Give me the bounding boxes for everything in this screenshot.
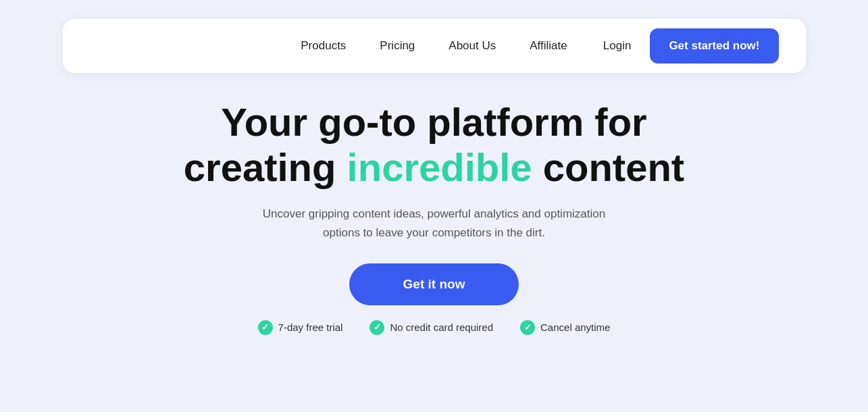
hero-title-content: content: [543, 145, 684, 189]
badge-free-trial-label: 7-day free trial: [278, 321, 343, 333]
navbar: Products Pricing About Us Affiliate Logi…: [63, 19, 806, 73]
check-icon-3: ✓: [520, 320, 535, 335]
hero-title-line1: Your go-to platform for: [221, 100, 646, 144]
hero-badges: ✓ 7-day free trial ✓ No credit card requ…: [258, 320, 611, 335]
hero-cta-button[interactable]: Get it now: [349, 263, 519, 305]
badge-cancel-anytime-label: Cancel anytime: [540, 321, 610, 333]
badge-free-trial: ✓ 7-day free trial: [258, 320, 343, 335]
nav-link-pricing[interactable]: Pricing: [380, 39, 415, 53]
login-link[interactable]: Login: [603, 39, 632, 53]
nav-link-affiliate[interactable]: Affiliate: [530, 39, 567, 53]
hero-section: Your go-to platform for creating incredi…: [170, 100, 698, 335]
nav-link-products[interactable]: Products: [301, 39, 346, 53]
nav-links: Products Pricing About Us Affiliate: [301, 39, 567, 53]
check-icon-1: ✓: [258, 320, 273, 335]
check-icon-2: ✓: [369, 320, 384, 335]
hero-title: Your go-to platform for creating incredi…: [184, 100, 684, 190]
badge-no-credit-card: ✓ No credit card required: [369, 320, 493, 335]
badge-cancel-anytime: ✓ Cancel anytime: [520, 320, 610, 335]
get-started-button[interactable]: Get started now!: [650, 28, 778, 63]
hero-title-highlight: incredible: [347, 145, 543, 189]
hero-subtitle: Uncover gripping content ideas, powerful…: [245, 205, 623, 241]
nav-link-about-us[interactable]: About Us: [449, 39, 496, 53]
hero-title-creating: creating: [184, 145, 336, 189]
badge-no-credit-card-label: No credit card required: [390, 321, 493, 333]
nav-right: Login Get started now!: [603, 28, 779, 63]
